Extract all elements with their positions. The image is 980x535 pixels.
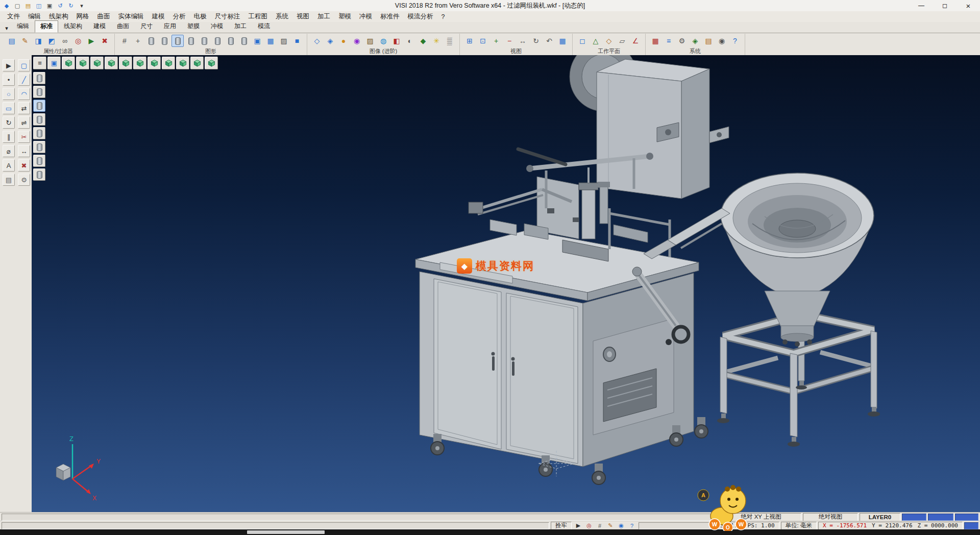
taskbar-item[interactable] — [247, 530, 325, 534]
snap-settings-icon[interactable]: ◎ — [72, 35, 84, 47]
show-groups-icon[interactable]: ▣ — [251, 35, 263, 47]
active-layer-indicator[interactable]: LAYER0 — [860, 513, 900, 521]
capture-view-icon[interactable]: ◉ — [616, 521, 626, 530]
view-manager-icon[interactable]: ▦ — [556, 35, 569, 47]
filter-solids-icon[interactable] — [33, 113, 45, 126]
tab-2[interactable]: 标准 — [35, 20, 58, 33]
view-front-icon[interactable] — [105, 57, 118, 69]
background-icon[interactable]: ▒ — [444, 35, 456, 47]
view-back-icon[interactable] — [119, 57, 132, 69]
view-bottom-icon[interactable] — [90, 57, 104, 69]
view-panes-icon[interactable]: ▣ — [47, 57, 61, 69]
select-icon[interactable]: ▶ — [3, 59, 15, 71]
lighting-icon[interactable]: ✳ — [430, 35, 443, 47]
tab-5[interactable]: 曲面 — [111, 20, 135, 33]
color-palette-icon[interactable]: ▦ — [649, 35, 662, 47]
show-hatches-icon[interactable]: ▨ — [278, 35, 290, 47]
select-mode-icon[interactable]: ▶ — [573, 521, 583, 530]
tab-10[interactable]: 加工 — [229, 20, 252, 33]
rendered-mode-icon[interactable]: ◉ — [351, 35, 363, 47]
rotate-view-icon[interactable]: ↻ — [530, 35, 542, 47]
texture-mode-icon[interactable]: ▨ — [364, 35, 376, 47]
tab-4[interactable]: 建模 — [88, 20, 111, 33]
dimension-icon[interactable]: ↔ — [18, 145, 30, 157]
draw-rect-icon[interactable]: ▭ — [3, 102, 15, 114]
trim-icon[interactable]: ✂ — [18, 131, 30, 143]
show-dimensions-icon[interactable] — [211, 35, 224, 47]
save-file-icon[interactable]: ◫ — [34, 1, 43, 10]
axes-icon[interactable]: + — [132, 35, 144, 47]
properties-icon[interactable]: ▤ — [6, 35, 18, 47]
view-list-icon[interactable]: ≡ — [33, 57, 46, 69]
maximize-button[interactable]: ◻ — [933, 0, 957, 11]
wireframe-mode-icon[interactable]: ◇ — [311, 35, 323, 47]
filter-all-icon[interactable] — [33, 168, 45, 181]
menu-item-19[interactable]: ? — [437, 12, 449, 21]
draw-point-icon[interactable]: • — [3, 74, 15, 86]
window-select-icon[interactable]: ▢ — [18, 59, 30, 71]
move-icon[interactable]: ⇄ — [18, 102, 30, 114]
attribute-filter-icon[interactable]: ◨ — [32, 35, 44, 47]
tab-11[interactable]: 模流 — [252, 20, 276, 33]
zoom-fit-icon[interactable]: ⊞ — [463, 35, 476, 47]
show-blocks-icon[interactable]: ▦ — [264, 35, 277, 47]
match-properties-icon[interactable]: ✎ — [19, 35, 31, 47]
show-symbols-icon[interactable] — [238, 35, 250, 47]
offset-icon[interactable]: ∥ — [3, 131, 15, 143]
filter-wireframe-icon[interactable] — [33, 86, 45, 98]
show-points-icon[interactable] — [145, 35, 157, 47]
shadows-icon[interactable]: ◐ — [404, 35, 416, 47]
menu-item-13[interactable]: 视图 — [292, 11, 313, 22]
draw-circle-icon[interactable]: ○ — [3, 88, 15, 100]
pan-icon[interactable]: ↔ — [517, 35, 529, 47]
show-meshes-icon[interactable] — [198, 35, 210, 47]
help-icon[interactable]: ? — [729, 35, 741, 47]
tab-overflow-caret-icon[interactable]: ▾ — [2, 25, 11, 33]
tab-9[interactable]: 冲模 — [205, 20, 229, 33]
menu-item-16[interactable]: 冲模 — [355, 11, 376, 22]
filter-dimensions-icon[interactable] — [33, 127, 45, 139]
redo-icon[interactable]: ↻ — [66, 1, 76, 10]
transparency-icon[interactable]: ◍ — [377, 35, 389, 47]
layer-filter-icon[interactable]: ◩ — [45, 35, 58, 47]
workplane-entity-icon[interactable]: ◇ — [603, 35, 615, 47]
settings-icon[interactable]: ⚙ — [18, 174, 30, 186]
capture-icon[interactable]: ◉ — [716, 35, 728, 47]
plugins-icon[interactable]: ◈ — [689, 35, 701, 47]
layer-manager-icon[interactable]: ≡ — [663, 35, 675, 47]
quick-access-caret-icon[interactable]: ▾ — [77, 1, 86, 10]
text-icon[interactable]: A — [3, 159, 15, 172]
previous-view-icon[interactable]: ↶ — [543, 35, 555, 47]
layers-icon[interactable]: ▤ — [3, 174, 15, 186]
show-surfaces-icon[interactable] — [172, 35, 184, 47]
open-file-icon[interactable]: ▤ — [23, 1, 33, 10]
workplane-view-icon[interactable]: ▱ — [616, 35, 628, 47]
view-iso-icon[interactable] — [62, 57, 75, 69]
view-iso-se-icon[interactable] — [190, 57, 204, 69]
workplane-3point-icon[interactable]: △ — [590, 35, 602, 47]
materials-icon[interactable]: ◆ — [417, 35, 429, 47]
new-file-icon[interactable]: ▢ — [13, 1, 22, 10]
undo-icon[interactable]: ↺ — [56, 1, 65, 10]
lock-toggle[interactable]: 拴牢 — [551, 522, 572, 530]
tab-1[interactable]: 编辑 — [11, 20, 35, 33]
close-button[interactable]: × — [957, 0, 980, 11]
section-view-icon[interactable]: ◧ — [390, 35, 403, 47]
measure-icon[interactable]: ⌀ — [3, 145, 15, 157]
menu-item-14[interactable]: 加工 — [313, 11, 334, 22]
grid-icon[interactable]: # — [118, 35, 131, 47]
quick-pick-icon[interactable]: ▶ — [85, 35, 97, 47]
zoom-out-icon[interactable]: − — [503, 35, 516, 47]
visi-app-icon[interactable]: ◆ — [2, 1, 11, 10]
view-right-icon[interactable] — [148, 57, 161, 69]
minimize-button[interactable]: — — [910, 0, 933, 11]
print-icon[interactable]: ▣ — [45, 1, 54, 10]
rotate-icon[interactable]: ↻ — [3, 116, 15, 129]
menu-item-18[interactable]: 模流分析 — [404, 11, 437, 22]
show-all-icon[interactable]: ■ — [291, 35, 303, 47]
viewport-3d[interactable]: Z Y X ≡▣ ◆ 模具资料网 — [32, 55, 980, 512]
status-help-icon[interactable]: ? — [627, 521, 637, 530]
view-left-icon[interactable] — [133, 57, 146, 69]
workplane-toggle-icon[interactable]: ∠ — [629, 35, 642, 47]
hidden-line-mode-icon[interactable]: ◈ — [324, 35, 336, 47]
